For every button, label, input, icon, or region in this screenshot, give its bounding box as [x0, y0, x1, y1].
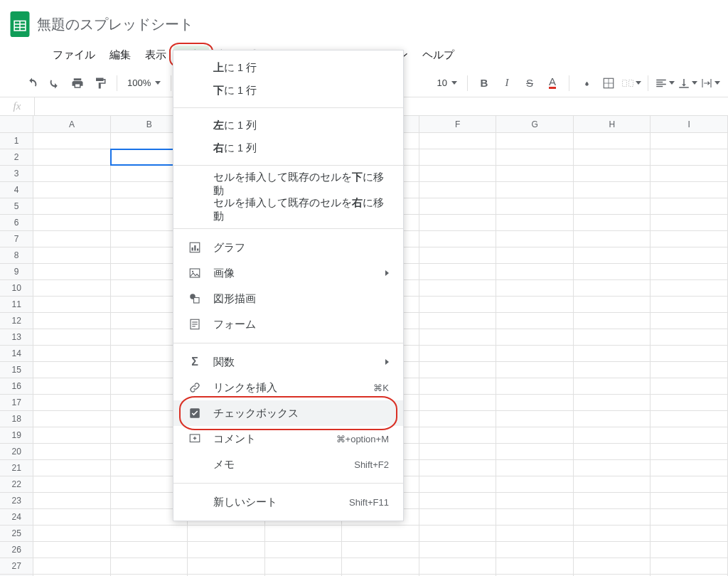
- cell[interactable]: [496, 215, 574, 230]
- cell[interactable]: [419, 526, 497, 541]
- cell[interactable]: [651, 297, 728, 312]
- cell[interactable]: [651, 427, 728, 443]
- cell[interactable]: [33, 198, 111, 214]
- cell[interactable]: [651, 444, 728, 459]
- cell[interactable]: [33, 182, 111, 198]
- row-header[interactable]: 9: [0, 264, 33, 279]
- cell[interactable]: [419, 231, 497, 247]
- cell[interactable]: [419, 297, 497, 312]
- row-header[interactable]: 2: [0, 149, 33, 165]
- cell[interactable]: [419, 476, 497, 492]
- cell[interactable]: [33, 476, 111, 492]
- cell[interactable]: [651, 280, 728, 296]
- cell[interactable]: [574, 231, 651, 247]
- cell[interactable]: [496, 149, 574, 165]
- cell[interactable]: [419, 542, 497, 558]
- cell[interactable]: [574, 297, 651, 312]
- cell[interactable]: [574, 264, 651, 279]
- menu-view[interactable]: 表示: [138, 46, 173, 65]
- font-size-selector[interactable]: 10: [433, 78, 461, 88]
- cell[interactable]: [574, 313, 651, 329]
- cell[interactable]: [651, 231, 728, 247]
- cell[interactable]: [496, 444, 574, 459]
- italic-button[interactable]: I: [496, 73, 518, 94]
- cell[interactable]: [265, 526, 343, 541]
- insert-comment[interactable]: コメント ⌘+option+M: [173, 426, 403, 452]
- cell[interactable]: [419, 509, 497, 525]
- cell[interactable]: [651, 460, 728, 476]
- row-header[interactable]: 10: [0, 280, 33, 296]
- cell[interactable]: [33, 215, 111, 230]
- cell[interactable]: [419, 427, 497, 443]
- cell[interactable]: [574, 542, 651, 558]
- cell[interactable]: [496, 313, 574, 329]
- insert-row-above[interactable]: 上に 1 行: [173, 56, 403, 79]
- cell[interactable]: [574, 444, 651, 459]
- cell[interactable]: [33, 346, 111, 361]
- insert-function[interactable]: Σ 関数: [173, 349, 403, 375]
- select-all-corner[interactable]: [0, 116, 33, 132]
- row-header[interactable]: 24: [0, 509, 33, 525]
- cell[interactable]: [33, 378, 111, 394]
- row-header[interactable]: 7: [0, 231, 33, 247]
- cell[interactable]: [574, 215, 651, 230]
- borders-button[interactable]: [598, 73, 619, 94]
- cell[interactable]: [496, 509, 574, 525]
- cell[interactable]: [496, 378, 574, 394]
- cell[interactable]: [342, 558, 419, 574]
- cell[interactable]: [33, 395, 111, 410]
- cell[interactable]: [651, 526, 728, 541]
- bold-button[interactable]: B: [473, 73, 495, 94]
- cell[interactable]: [33, 280, 111, 296]
- cell[interactable]: [33, 427, 111, 443]
- column-header[interactable]: F: [419, 116, 497, 132]
- column-header[interactable]: I: [651, 116, 728, 132]
- insert-chart[interactable]: グラフ: [173, 235, 403, 260]
- cell[interactable]: [651, 558, 728, 574]
- cell[interactable]: [33, 542, 111, 558]
- cell[interactable]: [651, 329, 728, 345]
- row-header[interactable]: 18: [0, 411, 33, 427]
- cell[interactable]: [419, 198, 497, 214]
- column-header[interactable]: H: [574, 116, 651, 132]
- cell[interactable]: [419, 166, 497, 181]
- cell[interactable]: [419, 182, 497, 198]
- cell[interactable]: [419, 215, 497, 230]
- cell[interactable]: [188, 558, 265, 574]
- cell[interactable]: [33, 329, 111, 345]
- cell[interactable]: [574, 378, 651, 394]
- row-header[interactable]: 26: [0, 542, 33, 558]
- cell[interactable]: [33, 313, 111, 329]
- zoom-selector[interactable]: 100%: [123, 78, 165, 88]
- cell[interactable]: [574, 362, 651, 378]
- cell[interactable]: [574, 395, 651, 410]
- column-header[interactable]: G: [496, 116, 574, 132]
- row-header[interactable]: 25: [0, 526, 33, 541]
- row-header[interactable]: 19: [0, 427, 33, 443]
- cell[interactable]: [419, 493, 497, 508]
- cell[interactable]: [651, 476, 728, 492]
- row-header[interactable]: 12: [0, 313, 33, 329]
- cell[interactable]: [651, 182, 728, 198]
- row-header[interactable]: 15: [0, 362, 33, 378]
- row-header[interactable]: 17: [0, 395, 33, 410]
- cell[interactable]: [419, 280, 497, 296]
- cell[interactable]: [33, 264, 111, 279]
- insert-image[interactable]: 画像: [173, 260, 403, 286]
- cell[interactable]: [33, 444, 111, 459]
- cell[interactable]: [419, 395, 497, 410]
- cell[interactable]: [574, 411, 651, 427]
- cell[interactable]: [33, 247, 111, 263]
- cell[interactable]: [496, 198, 574, 214]
- cell[interactable]: [496, 460, 574, 476]
- cell[interactable]: [651, 493, 728, 508]
- cell[interactable]: [496, 476, 574, 492]
- merge-cells-button[interactable]: [621, 73, 642, 94]
- cell[interactable]: [419, 378, 497, 394]
- row-header[interactable]: 27: [0, 558, 33, 574]
- insert-row-below[interactable]: 下に 1 行: [173, 79, 403, 102]
- cell[interactable]: [651, 264, 728, 279]
- cell[interactable]: [651, 509, 728, 525]
- cell[interactable]: [496, 411, 574, 427]
- row-header[interactable]: 21: [0, 460, 33, 476]
